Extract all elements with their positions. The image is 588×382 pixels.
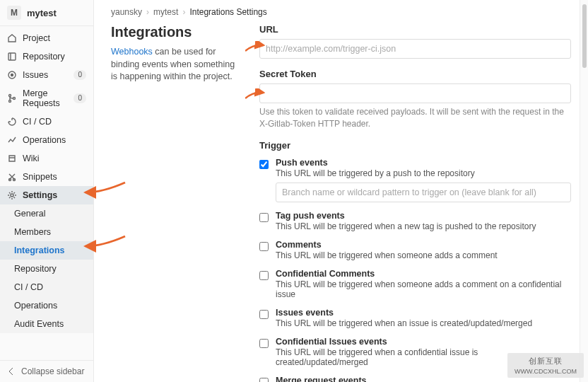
project-name: mytest xyxy=(27,8,57,18)
subnav-item-operations[interactable]: Operations xyxy=(0,296,93,315)
sidebar-nav: ProjectRepositoryIssues0Merge Requests0C… xyxy=(0,26,93,360)
subnav-item-repository[interactable]: Repository xyxy=(0,260,93,278)
nav-label: Repository xyxy=(23,52,86,62)
trigger-title: Issues events xyxy=(276,308,571,318)
snip-icon xyxy=(7,172,17,182)
crumb-project[interactable]: mytest xyxy=(153,7,178,17)
svg-point-6 xyxy=(9,179,11,181)
webhooks-link[interactable]: Webhooks xyxy=(111,47,153,57)
nav-label: Merge Requests xyxy=(23,88,68,108)
trigger-desc: This URL will be triggered when someone … xyxy=(276,250,571,260)
trigger-desc: This URL will be triggered when someone … xyxy=(276,279,571,299)
left-column: Integrations Webhooks can be used for bi… xyxy=(111,24,240,382)
sidebar-item-settings[interactable]: Settings xyxy=(0,186,93,204)
trigger-checkbox[interactable] xyxy=(259,160,269,169)
merge-icon xyxy=(7,93,17,103)
chevron-left-icon xyxy=(7,367,16,376)
nav-label: Issues xyxy=(23,70,68,80)
nav-label: Wiki xyxy=(23,154,86,163)
secret-field-group: Secret Token Use this token to validate … xyxy=(259,69,571,130)
trigger-row: Issues eventsThis URL will be triggered … xyxy=(259,308,571,328)
issues-icon xyxy=(7,70,17,80)
url-field-group: URL xyxy=(259,24,571,59)
branch-pattern-input[interactable] xyxy=(276,183,571,202)
trigger-title: Push events xyxy=(276,158,571,168)
trigger-checkbox[interactable] xyxy=(259,310,269,319)
trigger-desc: This URL will be triggered by a push to … xyxy=(276,168,571,178)
secret-input[interactable] xyxy=(259,83,571,103)
sidebar-item-wiki[interactable]: Wiki xyxy=(0,149,93,168)
nav-badge: 0 xyxy=(74,70,86,80)
trigger-body: Issues eventsThis URL will be triggered … xyxy=(276,308,571,328)
sidebar-item-snippets[interactable]: Snippets xyxy=(0,168,93,186)
right-column: URL Secret Token Use this token to valid… xyxy=(259,24,571,382)
trigger-desc: This URL will be triggered when an issue… xyxy=(276,318,571,328)
nav-label: Operations xyxy=(23,135,86,145)
trigger-checkbox[interactable] xyxy=(259,242,269,251)
sidebar-item-merge-requests[interactable]: Merge Requests0 xyxy=(0,84,93,112)
svg-point-2 xyxy=(11,74,13,76)
breadcrumb: yaunsky › mytest › Integrations Settings xyxy=(111,7,571,17)
sidebar-item-issues[interactable]: Issues0 xyxy=(0,66,93,84)
page-title: Integrations xyxy=(111,24,240,40)
repo-icon xyxy=(7,52,17,62)
crumb-user[interactable]: yaunsky xyxy=(111,7,142,17)
trigger-list: Push eventsThis URL will be triggered by… xyxy=(259,158,571,382)
trigger-body: Tag push eventsThis URL will be triggere… xyxy=(276,211,571,231)
scrollbar-thumb[interactable] xyxy=(582,4,587,68)
trigger-row: CommentsThis URL will be triggered when … xyxy=(259,240,571,260)
nav-badge: 0 xyxy=(74,93,86,103)
url-input[interactable] xyxy=(259,39,571,59)
watermark-text: 创新互联 xyxy=(529,356,563,366)
subnav-label: General xyxy=(14,209,86,219)
trigger-row: Push eventsThis URL will be triggered by… xyxy=(259,158,571,202)
subnav-item-members[interactable]: Members xyxy=(0,223,93,241)
watermark-url: WWW.CDCXHL.COM xyxy=(514,368,577,375)
secret-help: Use this token to validate received payl… xyxy=(259,106,571,130)
ci-icon xyxy=(7,117,17,127)
trigger-checkbox[interactable] xyxy=(259,339,269,348)
trigger-checkbox[interactable] xyxy=(259,271,269,280)
chevron-right-icon: › xyxy=(146,7,149,17)
nav-label: Settings xyxy=(23,190,86,200)
page-description: Webhooks can be used for binding events … xyxy=(111,46,240,83)
sidebar-item-operations[interactable]: Operations xyxy=(0,131,93,149)
trigger-title: Confidential Comments xyxy=(276,269,571,279)
collapse-label: Collapse sidebar xyxy=(21,366,84,376)
subnav-label: CI / CD xyxy=(14,282,86,292)
subnav-item-ci-cd[interactable]: CI / CD xyxy=(0,278,93,296)
trigger-section-label: Trigger xyxy=(259,140,571,151)
subnav-label: Repository xyxy=(14,264,86,274)
gear-icon xyxy=(7,190,17,200)
svg-point-5 xyxy=(13,98,16,100)
subnav-label: Integrations xyxy=(14,245,86,255)
project-header[interactable]: M mytest xyxy=(0,0,93,26)
url-label: URL xyxy=(259,24,571,35)
nav-label: Project xyxy=(23,33,86,43)
svg-point-7 xyxy=(13,179,16,181)
trigger-desc: This URL will be triggered when a new ta… xyxy=(276,221,571,231)
subnav-item-integrations[interactable]: Integrations xyxy=(0,241,93,260)
subnav-label: Members xyxy=(14,227,86,237)
subnav-label: Audit Events xyxy=(14,319,86,329)
project-avatar: M xyxy=(7,6,21,20)
svg-point-4 xyxy=(9,100,11,103)
subnav-item-general[interactable]: General xyxy=(0,204,93,223)
nav-label: CI / CD xyxy=(23,117,86,127)
svg-point-3 xyxy=(9,95,11,97)
sidebar-item-repository[interactable]: Repository xyxy=(0,47,93,66)
trigger-title: Confidential Issues events xyxy=(276,337,571,347)
subnav-label: Operations xyxy=(14,301,86,311)
trigger-title: Comments xyxy=(276,240,571,250)
sidebar-item-ci-cd[interactable]: CI / CD xyxy=(0,112,93,131)
wiki-icon xyxy=(7,154,17,163)
trigger-checkbox[interactable] xyxy=(259,213,269,222)
subnav-item-audit-events[interactable]: Audit Events xyxy=(0,315,93,333)
trigger-checkbox[interactable] xyxy=(259,378,269,382)
trigger-row: Confidential CommentsThis URL will be tr… xyxy=(259,269,571,299)
sidebar-item-project[interactable]: Project xyxy=(0,29,93,47)
collapse-sidebar[interactable]: Collapse sidebar xyxy=(0,360,93,382)
home-icon xyxy=(7,33,17,43)
scrollbar-track[interactable] xyxy=(580,0,588,382)
crumb-current: Integrations Settings xyxy=(189,7,266,17)
